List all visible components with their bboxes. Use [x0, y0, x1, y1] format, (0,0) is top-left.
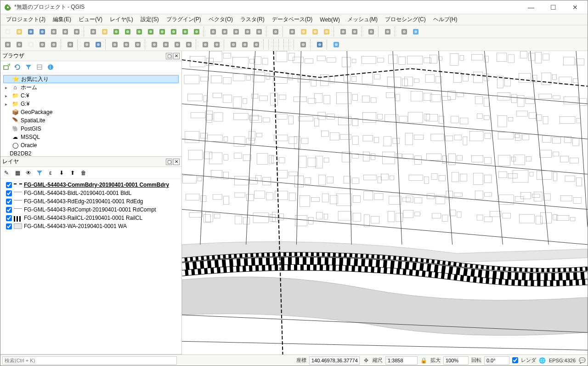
cut-button[interactable] [160, 39, 171, 50]
menu-project[interactable]: プロジェクト(J) [2, 14, 49, 25]
expand-all-icon[interactable]: ⬇ [57, 169, 66, 177]
browser-close-button[interactable]: ✕ [173, 53, 180, 59]
filter-icon[interactable] [24, 63, 33, 71]
menu-processing[interactable]: プロセシング(C) [381, 14, 430, 25]
toggle-edit-button[interactable] [81, 39, 92, 50]
messages-icon[interactable]: 💬 [578, 357, 586, 364]
browser-item-folder[interactable]: ▸📁C:¥ [3, 92, 179, 100]
coord-value[interactable]: 140.46978,36.37774 [309, 356, 360, 365]
new-map-button[interactable] [208, 26, 219, 37]
close-button[interactable]: ✕ [568, 3, 582, 12]
new-virtual-button[interactable] [48, 39, 59, 50]
deselect-button[interactable] [321, 26, 332, 37]
file-new-button[interactable] [2, 26, 13, 37]
extents-icon[interactable]: ✥ [362, 357, 370, 364]
menu-vector[interactable]: ベクタ(O) [205, 14, 237, 25]
layer-visibility-checkbox[interactable] [6, 223, 12, 229]
tips-button[interactable] [399, 26, 410, 37]
layout-manager-button[interactable] [60, 26, 71, 37]
menu-mesh[interactable]: メッシュ(M) [344, 14, 381, 25]
search-input[interactable] [2, 356, 177, 365]
layer-name-label[interactable]: FG-GML-544043-RdEdg-20190401-0001 RdEdg [24, 198, 143, 205]
new-3d-button[interactable] [219, 26, 230, 37]
pan-selection-button[interactable] [99, 26, 110, 37]
visibility-icon[interactable]: 👁 [24, 169, 33, 177]
remove-layer-icon[interactable]: 🗑 [79, 169, 88, 177]
layers-close-button[interactable]: ✕ [173, 159, 180, 165]
browser-item-folder[interactable]: ▸📁G:¥ [3, 100, 179, 108]
print-layout-button[interactable] [48, 26, 59, 37]
collapse-all-icon[interactable]: ⬆ [68, 169, 77, 177]
add-feature-button[interactable] [109, 39, 120, 50]
layer-name-label[interactable]: FG-GML-544043-CommBdry-20190401-0001 Com… [24, 182, 169, 188]
layer-visibility-checkbox[interactable] [6, 199, 12, 205]
undo-button[interactable] [200, 39, 211, 50]
copy-button[interactable] [172, 39, 183, 50]
filter-legend-icon[interactable] [35, 169, 44, 177]
menu-settings[interactable]: 設定(S) [137, 14, 163, 25]
action-button[interactable] [287, 26, 298, 37]
zoom-full-button[interactable] [145, 26, 156, 37]
crs-icon[interactable]: 🌐 [539, 357, 546, 364]
new-geopackage-button[interactable] [14, 39, 25, 50]
show-bookmark-button[interactable] [242, 26, 253, 37]
menu-web[interactable]: Web(W) [316, 15, 344, 24]
layer-item[interactable]: FG-GML-544043-RdCompt-20190401-0001 RdCo… [3, 206, 179, 214]
browser-tree[interactable]: ⭐お気に入り▸⌂ホーム▸📁C:¥▸📁G:¥📦GeoPackage🪶SpatiaL… [0, 73, 181, 156]
refresh-button[interactable] [254, 26, 265, 37]
node-tool-button[interactable] [132, 39, 143, 50]
layer-item[interactable]: FG-GML-544043-WA-20190401-0001 WA [3, 222, 179, 230]
magnify-value[interactable]: 100% [443, 356, 469, 365]
browser-item-home[interactable]: ▸⌂ホーム [3, 83, 179, 92]
new-print-button[interactable] [231, 26, 242, 37]
map-canvas[interactable] [182, 51, 588, 355]
sigma-button[interactable] [382, 26, 393, 37]
refresh-icon[interactable] [13, 63, 22, 71]
move-feature-button[interactable] [121, 39, 132, 50]
diagram-button[interactable] [239, 39, 250, 50]
zoom-selection-button[interactable] [157, 26, 168, 37]
properties-icon[interactable]: i [46, 63, 55, 71]
annotation-button[interactable] [251, 39, 262, 50]
menu-view[interactable]: ビュー(V) [75, 14, 106, 25]
identify-button[interactable] [270, 26, 281, 37]
save-button[interactable] [25, 26, 36, 37]
add-layer-icon[interactable]: + [2, 63, 11, 71]
zoom-in-button[interactable] [111, 26, 122, 37]
stats-button[interactable] [366, 26, 377, 37]
browser-item-postgis[interactable]: 🐘PostGIS [3, 125, 179, 133]
new-spatialite-button[interactable] [37, 39, 48, 50]
menu-raster[interactable]: ラスタ(R) [237, 14, 268, 25]
zoom-next-button[interactable] [191, 26, 202, 37]
menu-edit[interactable]: 編集(E) [49, 14, 75, 25]
maximize-button[interactable]: ☐ [546, 3, 560, 12]
label-button[interactable] [228, 39, 239, 50]
browser-float-button[interactable]: ▢ [166, 53, 172, 59]
menu-layer[interactable]: レイヤ(L) [106, 14, 137, 25]
render-checkbox[interactable] [512, 357, 518, 363]
zoom-layer-button[interactable] [168, 26, 179, 37]
layer-name-label[interactable]: FG-GML-544043-BldL-20190401-0001 BldL [24, 190, 131, 196]
layers-float-button[interactable]: ▢ [166, 159, 172, 165]
measure-button[interactable] [338, 26, 349, 37]
menu-help[interactable]: ヘルプ(H) [430, 14, 461, 25]
add-group-icon[interactable]: ▦ [13, 169, 22, 177]
select-button[interactable] [298, 26, 309, 37]
layer-item[interactable]: FG-GML-544043-RdEdg-20190401-0001 RdEdg [3, 197, 179, 206]
zoom-native-button[interactable] [134, 26, 145, 37]
browser-item-oracle[interactable]: ◯Oracle [3, 141, 179, 149]
minimize-button[interactable]: ― [524, 3, 538, 12]
menu-database[interactable]: データベース(D) [268, 14, 317, 25]
browser-item-db2[interactable]: DB2DB2 [3, 149, 179, 156]
new-shapefile-button[interactable] [25, 39, 36, 50]
expand-arrow-icon[interactable]: ▸ [5, 102, 10, 107]
zoom-last-button[interactable] [180, 26, 191, 37]
browser-item-mssql[interactable]: ☁MSSQL [3, 133, 179, 141]
layer-visibility-checkbox[interactable] [6, 215, 12, 221]
browser-item-geopackage[interactable]: 📦GeoPackage [3, 108, 179, 116]
layer-item[interactable]: FG-GML-544043-CommBdry-20190401-0001 Com… [3, 181, 179, 189]
help2-button[interactable] [331, 39, 342, 50]
new-mesh-button[interactable] [65, 39, 76, 50]
browser-item-spatialite[interactable]: 🪶SpatiaLite [3, 116, 179, 125]
scale-value[interactable]: 1:3858 [385, 356, 418, 365]
